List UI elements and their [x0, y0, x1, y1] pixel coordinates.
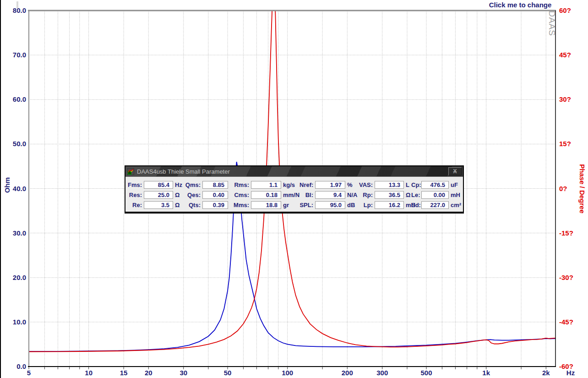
window-left-edge — [0, 0, 1, 378]
tsp-field-label: Cp: — [411, 181, 421, 188]
tsp-field-label: Cms: — [233, 192, 251, 198]
tsp-field-label: Re: — [127, 202, 144, 208]
app-window: Click me to change Ohm Phase / Degree DA… — [0, 0, 588, 378]
tsp-field-label: Rms: — [233, 181, 251, 188]
tsp-field-label: Lp: — [359, 202, 375, 208]
tsp-field-value[interactable]: 25.0 — [144, 191, 173, 199]
tsp-field-unit: Ω — [173, 192, 185, 198]
tsp-field-value[interactable]: 1.1 — [251, 181, 281, 189]
tsp-field-label: Res: — [127, 192, 144, 198]
tsp-field-value[interactable]: 16.2 — [375, 201, 404, 209]
tsp-field-value[interactable]: 0.18 — [251, 191, 281, 199]
tsp-field-label: SPL: — [299, 202, 315, 208]
tsp-field-value[interactable]: 227.0 — [421, 201, 449, 209]
tsp-field-label: VAS: — [359, 181, 375, 188]
tsp-field-value[interactable]: 0.40 — [202, 191, 228, 199]
tsp-field-value[interactable]: 8.85 — [202, 181, 228, 189]
dialog-app-icon — [127, 168, 134, 175]
tsp-field-unit: N/A — [345, 192, 359, 198]
tsp-field-value[interactable]: 476.5 — [421, 181, 449, 189]
tsp-field-unit: kg/s — [281, 181, 299, 188]
tsp-field-unit: Ω — [173, 202, 185, 208]
tsp-field-value[interactable]: 1.97 — [315, 181, 345, 189]
tsp-dialog-titlebar[interactable]: DAAS4usb Thiele Small Parameter X — [125, 166, 463, 177]
tsp-field-value[interactable]: 18.8 — [251, 201, 281, 209]
tsp-dialog-title: DAAS4usb Thiele Small Parameter — [137, 168, 448, 175]
top-left-tick — [16, 1, 18, 8]
tsp-field-value[interactable]: 13.3 — [375, 181, 404, 189]
tsp-field-value[interactable]: 36.5 — [375, 191, 404, 199]
tsp-field-unit: gr — [281, 202, 299, 208]
tsp-field-unit: Ω — [404, 192, 411, 198]
tsp-field-unit: uF — [449, 181, 461, 188]
close-button[interactable]: X — [448, 167, 462, 175]
tsp-field-label: Mms: — [233, 202, 251, 208]
tsp-field-unit: mH — [449, 192, 461, 198]
tsp-dialog: DAAS4usb Thiele Small Parameter X Fms:85… — [125, 165, 464, 214]
tsp-field-unit: dB — [345, 202, 359, 208]
tsp-dialog-body: Fms:85.4HzQms:8.85Rms:1.1kg/sNref:1.97%V… — [125, 177, 463, 212]
tsp-field-label: Le: — [411, 192, 421, 198]
tsp-field-unit: % — [345, 181, 359, 188]
tsp-field-label: Rp: — [359, 192, 375, 198]
tsp-field-label: Bl: — [299, 192, 315, 198]
tsp-field-label: Qms: — [185, 181, 202, 188]
tsp-field-unit: cm² — [449, 202, 461, 208]
tsp-field-label: Nref: — [299, 181, 315, 188]
tsp-field-value[interactable]: 9.4 — [315, 191, 345, 199]
tsp-field-label: Sd: — [411, 202, 421, 208]
click-me-note[interactable]: Click me to change — [484, 1, 557, 9]
tsp-field-value[interactable]: 0.00 — [421, 191, 449, 199]
tsp-field-value[interactable]: 3.5 — [144, 201, 173, 209]
close-icon: X — [453, 168, 457, 175]
tsp-field-unit: mm/N — [281, 192, 299, 198]
tsp-field-unit: L — [404, 181, 411, 188]
tsp-field-label: Qes: — [185, 192, 202, 198]
tsp-field-value[interactable]: 85.4 — [144, 181, 173, 189]
tsp-field-unit: Hz — [173, 181, 185, 188]
tsp-field-value[interactable]: 95.0 — [315, 201, 345, 209]
tsp-field-unit: mH — [404, 202, 411, 208]
tsp-field-value[interactable]: 0.39 — [202, 201, 228, 209]
tsp-field-label: Fms: — [127, 181, 144, 188]
tsp-field-label: Qts: — [185, 202, 202, 208]
